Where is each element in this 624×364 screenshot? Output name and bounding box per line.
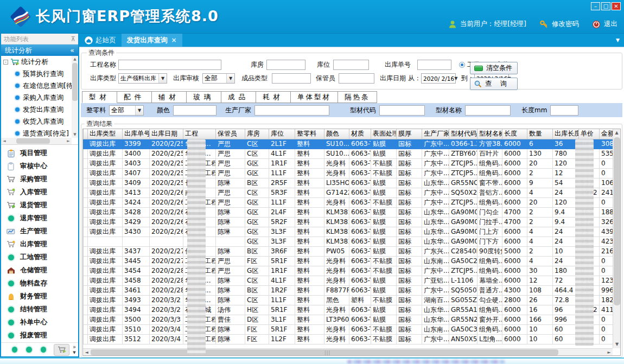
sidebar-item-green-dot[interactable]: 补单中心 [1, 316, 78, 329]
table-horizontal-scrollbar[interactable]: ◄ ||| ► [83, 348, 613, 355]
column-header[interactable]: 出库单号 [123, 129, 150, 139]
material-tab-1[interactable]: 型材 [82, 91, 117, 103]
project-name-input[interactable] [118, 60, 221, 70]
keeper-input[interactable] [339, 73, 374, 84]
quick-module-icon[interactable] [41, 347, 46, 353]
table-row[interactable]: 调拨出库34242020/2/26工 共工程严思G区1L1F整料光身料6063-… [84, 197, 618, 207]
material-tab-4[interactable]: 玻璃 [187, 91, 221, 103]
table-row[interactable]: 调拨出库34132020/2/26南 ...严思C区5R3F整料G7142260… [84, 188, 618, 197]
quick-module-icon[interactable] [26, 347, 31, 353]
column-header[interactable]: 单价 [579, 129, 600, 139]
column-header[interactable]: 出库类型 [88, 129, 123, 139]
material-tab-7[interactable]: 单体型材 [291, 91, 338, 103]
column-header[interactable]: 表面处理 [371, 129, 397, 139]
tree-item[interactable]: 在途信息查询[待 [1, 80, 78, 92]
tree-expander-icon[interactable]: - [3, 60, 8, 65]
column-header[interactable]: 型材名称 [477, 129, 502, 139]
minimize-button[interactable]: – [591, 2, 600, 10]
tree-vertical-scrollbar[interactable]: ▲ ▼ [72, 56, 78, 138]
column-header[interactable]: 颜色 [324, 129, 349, 139]
column-header[interactable]: 型材代码 [449, 129, 477, 139]
quick-cart-button[interactable] [54, 344, 69, 356]
sidebar-item-green-dot[interactable]: 报废管理 [1, 329, 78, 342]
order-no-input[interactable] [417, 60, 451, 70]
table-row[interactable]: G区3L3F整料KLM38176063-T5贴膜国标山东华...GA90M09.… [84, 237, 618, 246]
tab-home[interactable]: 起始页 [79, 34, 122, 47]
sidebar-item-clipboard[interactable]: 项目管理 [1, 146, 78, 159]
tree-item[interactable]: 预算执行查询 [1, 68, 78, 80]
table-row[interactable]: 调拨出库34032020/2/25工 共工程严思G区1R1F整料光身料6063-… [84, 158, 618, 168]
batch-select[interactable]: 全部 ▼ [109, 105, 144, 116]
more-modules-button[interactable]: » ▼ [73, 344, 76, 355]
column-header[interactable]: 数量 [527, 129, 553, 139]
sidebar-group-header[interactable]: 统计分析 « [1, 44, 78, 56]
material-tab-3[interactable]: 辅材 [152, 91, 187, 103]
quick-module-icon[interactable] [12, 347, 17, 353]
location-input[interactable] [333, 60, 369, 70]
table-row[interactable]: 调拨出库33992020/2/25华 原...严思C区2L1F整料SU10...… [84, 139, 618, 149]
tree-item[interactable]: 采购入库查询 [1, 92, 78, 104]
maximize-button[interactable]: □ [601, 2, 610, 10]
length-input[interactable] [550, 105, 578, 116]
sidebar-item-audit[interactable]: 审核中心 [1, 159, 78, 173]
table-row[interactable]: 调拨出库34372020/2/27佛 ...陈琳B区3R6F整料PW056063… [84, 246, 618, 256]
search-button[interactable]: 查 询 [470, 78, 518, 90]
table-row[interactable]: 调拨出库34292020/2/26石 城陈琳G区5R2F整料KLM3817606… [84, 217, 618, 227]
tab-shipping-outbound-query[interactable]: 发货出库查询 × [122, 34, 182, 47]
table-row[interactable]: 调拨出库35122020/3/4工 共工程陈琳F区1L2F整料光身料6063-T… [84, 334, 618, 344]
collapse-icon[interactable]: « [70, 46, 74, 56]
column-header[interactable]: 出库日期 [150, 129, 183, 139]
profile-name-input[interactable] [465, 105, 511, 116]
table-row[interactable]: 调拨出库35102020/3/4工 共工程陈琳F区5R1F整料光身料6063-T… [84, 324, 618, 334]
table-row[interactable]: 调拨出库34942020/3/2石 辉城汤伟H区5R1F整料光身料6063-T5… [84, 305, 618, 315]
sidebar-item-cart-return[interactable]: 退货管理 [1, 199, 78, 212]
change-password-link[interactable]: 修改密码 [552, 20, 579, 29]
sidebar-item-warehouse[interactable]: 仓储管理 [1, 264, 78, 277]
tree-item[interactable]: 发货出库查询 [1, 104, 78, 116]
tree-horizontal-scrollbar[interactable]: ◄ ► [1, 138, 72, 144]
column-header[interactable]: 库房 [245, 129, 269, 139]
column-header[interactable]: 整零料 [295, 129, 324, 139]
sidebar-item-cart[interactable]: 采购管理 [1, 173, 78, 186]
column-header[interactable]: 出库长度 [553, 129, 579, 139]
column-header[interactable]: 工程 [183, 129, 216, 139]
table-row[interactable]: 调拨出库34002020/2/25华 原...严思C区4L1F整料SU10...… [84, 149, 618, 158]
column-header[interactable]: 保管员 [216, 129, 245, 139]
sidebar-item-finance[interactable]: 财务管理 [1, 290, 78, 303]
material-tab-6[interactable]: 耗材 [256, 91, 291, 103]
sidebar-item-green-dot[interactable]: 结转管理 [1, 303, 78, 316]
clear-conditions-button[interactable]: 清空条件 [470, 62, 518, 74]
tab-list-dropdown-icon[interactable]: ▼ [616, 37, 620, 43]
outbound-type-select[interactable]: 生产领料出库 ▼ [118, 73, 167, 84]
table-vertical-scrollbar[interactable]: ▲ ▼ [613, 129, 620, 348]
material-tab-2[interactable]: 配件 [117, 91, 152, 103]
warehouse-input[interactable] [266, 60, 305, 70]
column-header[interactable]: 生产厂家 [422, 129, 449, 139]
column-header[interactable]: 材质 [349, 129, 371, 139]
table-row[interactable]: 调拨出库34092020/2/25长 ...陈琳B区2R5F整料LI35HO60… [84, 178, 618, 188]
table-row[interactable]: 调拨出库34612020/2/28华 原...陈琳B区1R2F整料F8877FT… [84, 285, 618, 295]
product-type-input[interactable] [272, 73, 311, 84]
tree-root-node[interactable]: - 统计分析 [1, 56, 78, 68]
column-header[interactable]: 长度 [502, 129, 527, 139]
profile-code-input[interactable] [379, 105, 425, 116]
table-row[interactable]: 调拨出库34932020/3/2华 原...陈琳C区1L1F整料黑色塑料不贴膜国… [84, 295, 618, 305]
table-row[interactable]: 调拨出库34072020/2/25工 共工程严思G区1L1F整料光身料6063-… [84, 168, 618, 178]
table-row[interactable]: 调拨出库34542020/2/28工 共工程严思G区1R1F整料光身料6063-… [84, 266, 618, 276]
column-header[interactable]: 膜厚 [397, 129, 422, 139]
material-tab-8[interactable]: 隔热条 [338, 91, 377, 103]
column-header[interactable]: 库位 [269, 129, 295, 139]
sidebar-item-cart-out[interactable]: 出库管理 [1, 238, 78, 251]
color-input[interactable] [173, 105, 217, 116]
sidebar-item-production[interactable]: 生产管理 [1, 225, 78, 238]
sidebar-item-cart-in[interactable]: 入库管理 [1, 186, 78, 199]
table-row[interactable]: 调拨出库34302020/2/26石 城陈琳G区3L3F整料KLM3817606… [84, 227, 618, 237]
table-row[interactable]: 调拨出库34582020/2/28华 原...陈琳C区4L1F整料光身料6063… [84, 276, 618, 285]
table-row[interactable]: 调拨出库34452020/2/27工 共工程严思F区5R1F整料光身料6063-… [84, 256, 618, 266]
sidebar-item-green-dot[interactable]: 退库管理 [1, 212, 78, 225]
tree-item[interactable]: 收货入库查询 [1, 116, 78, 127]
material-tab-5[interactable]: 成品 [221, 91, 256, 103]
maker-input[interactable] [254, 105, 329, 116]
audit-select[interactable]: 全部 ▼ [202, 73, 235, 84]
close-button[interactable]: ✕ [612, 2, 621, 10]
